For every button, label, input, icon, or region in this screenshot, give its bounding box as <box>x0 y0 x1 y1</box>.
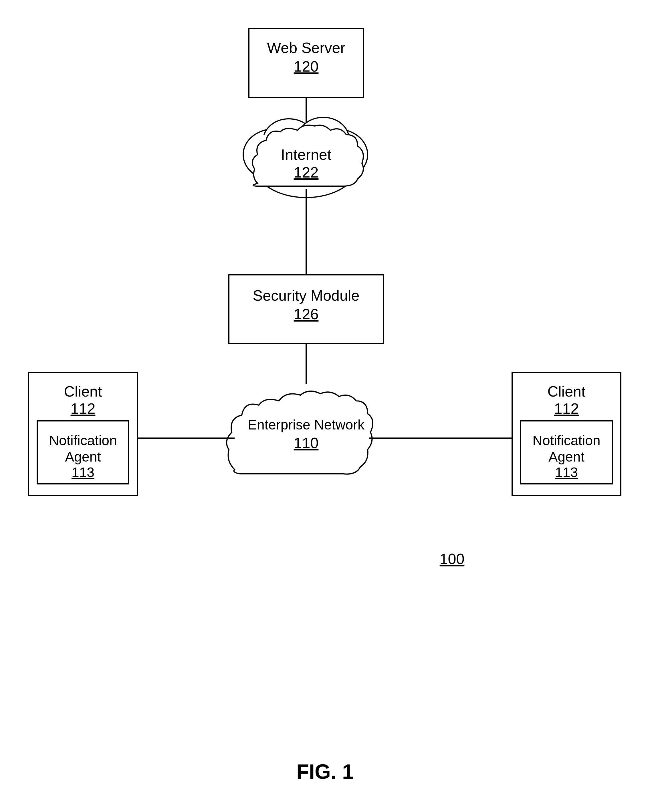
client-left-id: 112 <box>71 400 96 417</box>
client-right-label: Client <box>548 383 586 400</box>
enterprise-network-cloud <box>227 391 373 474</box>
enterprise-network-label: Enterprise Network <box>248 417 365 432</box>
internet-label: Internet <box>281 146 332 163</box>
internet-id: 122 <box>294 164 319 181</box>
client-right-id: 112 <box>554 400 579 417</box>
figure-label: FIG. 1 <box>296 760 354 783</box>
web-server-label: Web Server <box>267 40 345 56</box>
notification-agent-left-label-2: Agent <box>65 449 101 464</box>
enterprise-network-id: 110 <box>294 435 319 451</box>
security-module-label: Security Module <box>253 287 359 304</box>
notification-agent-right-id: 113 <box>555 465 578 480</box>
notification-agent-left-label-1: Notification <box>49 433 117 448</box>
notification-agent-right-label-2: Agent <box>548 449 584 464</box>
diagram-ref: 100 <box>440 551 464 567</box>
diagram-container: Web Server 120 Internet 122 <box>0 0 650 812</box>
security-module-id: 126 <box>294 306 319 322</box>
web-server-id: 120 <box>294 58 319 75</box>
notification-agent-right-label-1: Notification <box>533 433 600 448</box>
notification-agent-left-id: 113 <box>72 465 94 480</box>
client-left-label: Client <box>64 383 102 400</box>
